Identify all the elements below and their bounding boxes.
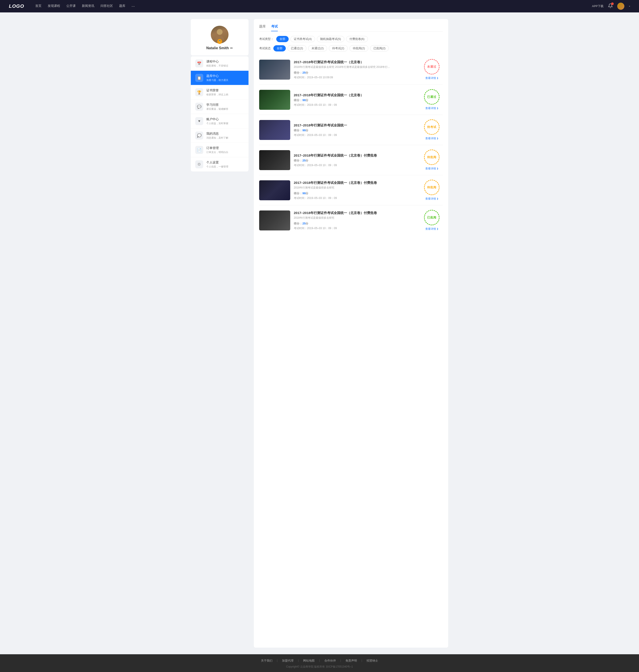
- exam-thumb-2: [259, 90, 290, 110]
- exam-info-1: 2017–2018年行测证件考试全国统一（北京卷） 2018年行测考试是最值得多…: [294, 60, 417, 79]
- filter-type-tags: 全部证书类考试(4)随机抽题考试(5)付费批卷(6): [276, 36, 368, 42]
- exam-list: 2017–2018年行测证件考试全国统一（北京卷） 2018年行测考试是最值得多…: [259, 54, 443, 235]
- filter-type-tag-1[interactable]: 证书类考试(4): [291, 36, 315, 42]
- sidebar-item-course-center[interactable]: 📅 课程中心 精彩课程，不容错过: [191, 56, 249, 71]
- filter-status-tag-5[interactable]: 已批阅(2): [370, 45, 389, 51]
- exam-item-1: 2017–2018年行测证件考试全国统一（北京卷） 2018年行测考试是最值得多…: [259, 54, 443, 85]
- footer-link-3[interactable]: 合作伙伴: [324, 659, 336, 663]
- exam-detail-link-6[interactable]: 查看详情 ❯: [425, 227, 438, 231]
- exam-detail-link-3[interactable]: 查看详情 ❯: [425, 137, 438, 140]
- nav-link-news[interactable]: 新闻资讯: [82, 4, 94, 9]
- exam-title-5: 2017–2018年行测证件考试全国统一（北京卷）付费批卷: [294, 180, 417, 185]
- footer-link-0[interactable]: 关于我们: [261, 659, 272, 663]
- nav-link-qa[interactable]: 问答社区: [100, 4, 113, 9]
- profile-badge: 🏅: [217, 39, 222, 44]
- filter-type-tag-3[interactable]: 付费批卷(6): [346, 36, 368, 42]
- menu-icon-account: ♥: [195, 117, 203, 125]
- filter-status-label: 考试状态: [259, 46, 271, 50]
- user-avatar[interactable]: [617, 3, 624, 10]
- menu-sub-question-bank: 海量习题，助力通关: [206, 79, 244, 82]
- menu-icon-question-bank: 📋: [195, 74, 203, 82]
- exam-info-5: 2017–2018年行测证件考试全国统一（北京卷）付费批卷 2018年行测考试是…: [294, 180, 417, 200]
- exam-status-wrap-6: 已批阅 查看详情 ❯: [421, 210, 443, 231]
- sidebar: 🏅 Natalie Smith ✏ 📅 课程中心 精彩课程，不容错过 📋 题库中…: [191, 19, 249, 647]
- nav-link-questionbank[interactable]: 题库: [119, 4, 125, 9]
- nav-link-discover[interactable]: 发现课程: [48, 4, 60, 9]
- menu-icon-certificate: 🏆: [195, 88, 203, 96]
- sidebar-item-certificate[interactable]: 🏆 证书荣誉 收获荣誉，持证上岗: [191, 85, 249, 100]
- exam-status-badge-3: 待考试: [424, 119, 439, 135]
- sidebar-profile: 🏅 Natalie Smith ✏: [191, 19, 249, 55]
- exam-item-6: 2017–2018年行测证件考试全国统一（北京卷）付费批卷 2018年行测考试是…: [259, 205, 443, 235]
- sidebar-item-settings[interactable]: ⚙ 个人设置 个人信息，一键管理: [191, 157, 249, 172]
- exam-detail-link-4[interactable]: 查看详情 ❯: [425, 167, 438, 171]
- menu-sub-course-center: 精彩课程，不容错过: [206, 64, 244, 67]
- footer-link-5[interactable]: 招贤纳士: [367, 659, 378, 663]
- footer-link-2[interactable]: 网站地图: [303, 659, 315, 663]
- exam-title-1: 2017–2018年行测证件考试全国统一（北京卷）: [294, 60, 417, 64]
- exam-title-2: 2017–2018年行测证件考试全国统一（北京卷）: [294, 93, 417, 97]
- exam-status-wrap-4: 待批阅 查看详情 ❯: [421, 149, 443, 171]
- exam-status-wrap-1: 未通过 查看详情 ❯: [421, 59, 443, 80]
- menu-label-certificate: 证书荣誉: [206, 89, 244, 93]
- nav-more[interactable]: ···: [131, 4, 135, 9]
- tab-exam[interactable]: 考试: [271, 25, 278, 31]
- menu-icon-qa: 💬: [195, 103, 203, 111]
- filter-status-tag-0[interactable]: 全部: [274, 45, 286, 51]
- menu-text-qa: 学习问答 课后重温，疑难解答: [206, 103, 244, 111]
- exam-detail-link-5[interactable]: 查看详情 ❯: [425, 197, 438, 201]
- exam-title-4: 2017–2018年行测证件考试全国统一（北京卷）付费批卷: [294, 153, 417, 158]
- filter-type-tag-2[interactable]: 随机抽题考试(5): [317, 36, 344, 42]
- sidebar-item-qa[interactable]: 💬 学习问答 课后重温，疑难解答: [191, 100, 249, 114]
- menu-sub-account: 个人权益，实时掌握: [206, 122, 244, 125]
- exam-detail-link-1[interactable]: 查看详情 ❯: [425, 76, 438, 80]
- tab-question[interactable]: 题库: [259, 25, 266, 31]
- menu-label-qa: 学习问答: [206, 103, 244, 107]
- filter-type-row: 考试类型： 全部证书类考试(4)随机抽题考试(5)付费批卷(6): [259, 36, 443, 42]
- sidebar-item-messages[interactable]: 💭 我的消息 消息通知，及时了解: [191, 128, 249, 143]
- sidebar-item-account[interactable]: ♥ 账户中心 个人权益，实时掌握: [191, 114, 249, 128]
- menu-label-question-bank: 题库中心: [206, 74, 244, 78]
- exam-score-5: 得分：99分: [294, 191, 417, 195]
- exam-score-1: 得分：25分: [294, 71, 417, 75]
- footer-copyright: Copyright© 云朵商学院 版权所有 京ICP备17051340号–1: [0, 665, 639, 669]
- exam-score-6: 得分：25分: [294, 222, 417, 226]
- app-download-link[interactable]: APP下载: [592, 4, 604, 8]
- filter-status-tag-3[interactable]: 待考试(2): [329, 45, 348, 51]
- nav-links: 首页发现课程公开课新闻资讯问答社区题库···: [35, 4, 592, 9]
- menu-text-course-center: 课程中心 精彩课程，不容错过: [206, 60, 244, 67]
- exam-score-2: 得分：99分: [294, 98, 417, 102]
- exam-time-5: 考试时间：2019–05–03 10：09：09: [294, 196, 417, 200]
- exam-detail-link-2[interactable]: 查看详情 ❯: [425, 107, 438, 110]
- filter-type-label: 考试类型：: [259, 37, 274, 41]
- menu-text-orders: 订单管理 订单支出，明明白白: [206, 146, 244, 154]
- footer-link-4[interactable]: 免责声明: [345, 659, 357, 663]
- menu-label-course-center: 课程中心: [206, 60, 244, 64]
- menu-text-question-bank: 题库中心 海量习题，助力通关: [206, 74, 244, 82]
- bell-badge: [611, 2, 614, 5]
- sidebar-item-orders[interactable]: 📄 订单管理 订单支出，明明白白: [191, 143, 249, 157]
- nav-link-home[interactable]: 首页: [35, 4, 42, 9]
- filter-status-tag-1[interactable]: 已通过(2): [287, 45, 307, 51]
- footer-link-1[interactable]: 加盟代理: [282, 659, 294, 663]
- sidebar-item-question-bank[interactable]: 📋 题库中心 海量习题，助力通关: [191, 71, 249, 85]
- filter-status-row: 考试状态 全部已通过(2)未通过(2)待考试(2)待批阅(2)已批阅(2): [259, 45, 443, 51]
- main-content: 题库考试 考试类型： 全部证书类考试(4)随机抽题考试(5)付费批卷(6) 考试…: [254, 19, 448, 647]
- notification-bell[interactable]: [608, 3, 613, 9]
- profile-name: Natalie Smith ✏: [195, 46, 244, 50]
- nav-link-opencourse[interactable]: 公开课: [66, 4, 76, 9]
- avatar-image: [617, 3, 624, 10]
- nav-right: APP下载 ▾: [592, 3, 630, 10]
- user-dropdown-icon[interactable]: ▾: [629, 5, 630, 8]
- filter-status-tag-4[interactable]: 待批阅(2): [349, 45, 368, 51]
- exam-item-2: 2017–2018年行测证件考试全国统一（北京卷） 得分：99分 考试时间：20…: [259, 85, 443, 115]
- exam-desc-1: 2018年行测考试是最值得多去研究 2018年行测考试是最值得多去研究 2018…: [294, 65, 417, 69]
- menu-icon-messages: 💭: [195, 131, 203, 140]
- exam-item-3: 2017–2018年行测证件考试全国统一 得分：99分 考试时间：2019–05…: [259, 115, 443, 145]
- exam-status-wrap-2: 已通过 查看详情 ❯: [421, 89, 443, 110]
- exam-thumb-5: [259, 180, 290, 200]
- filter-status-tag-2[interactable]: 未通过(2): [308, 45, 327, 51]
- profile-edit-icon[interactable]: ✏: [230, 47, 233, 50]
- filter-type-tag-0[interactable]: 全部: [276, 36, 289, 42]
- exam-time-3: 考试时间：2019–05–03 10：09：09: [294, 133, 417, 137]
